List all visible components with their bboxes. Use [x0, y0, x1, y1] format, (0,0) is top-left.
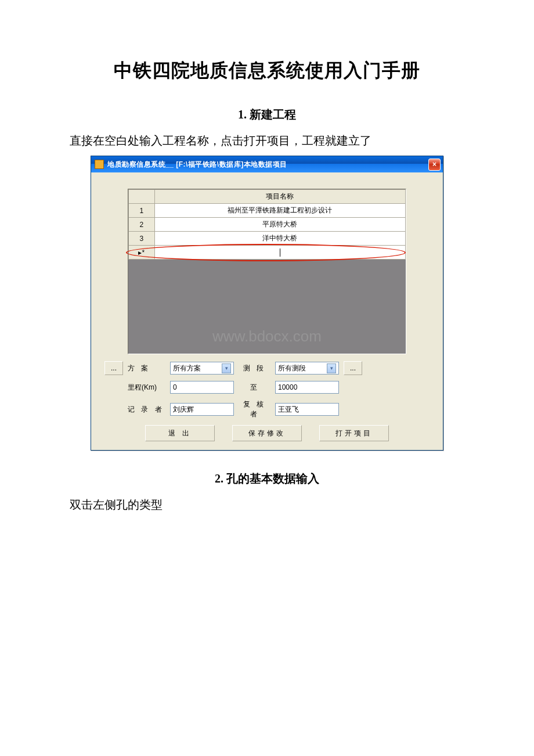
watermark: www.bdocx.com — [128, 327, 406, 345]
app-window-screenshot: 地质勘察信息系统__ [F:\福平铁路\数据库]本地数据项目 × 项目名称 1 … — [91, 156, 443, 451]
window-title-text: 地质勘察信息系统__ [F:\福平铁路\数据库]本地数据项目 — [107, 160, 428, 170]
grid-header-name: 项目名称 — [154, 190, 405, 204]
project-name-cell[interactable]: 平原特大桥 — [154, 218, 405, 232]
project-table: 项目名称 1 福州至平潭铁路新建工程初步设计 2 平原特大桥 3 洋中特大桥 — [128, 189, 406, 260]
scheme-combo-value: 所有方案 — [173, 363, 201, 373]
controls-panel: ... 方 案 所有方案 ▾ 测 段 所有测段 ▾ ... 里程(Km) — [104, 361, 430, 441]
chevron-down-icon: ▾ — [327, 363, 336, 373]
chevron-down-icon: ▾ — [222, 363, 231, 373]
section-title-1: 1. 新建工程 — [70, 107, 464, 123]
section-combo-value: 所有测段 — [278, 363, 306, 373]
grid-corner — [129, 190, 155, 204]
window-body: 项目名称 1 福州至平潭铁路新建工程初步设计 2 平原特大桥 3 洋中特大桥 — [91, 172, 443, 451]
recorder-input[interactable]: 刘庆辉 — [170, 403, 234, 416]
table-row[interactable]: 2 平原特大桥 — [129, 218, 406, 232]
mileage-to-input[interactable]: 10000 — [275, 381, 339, 394]
document-title: 中铁四院地质信息系统使用入门手册 — [70, 58, 464, 84]
section-browse-button[interactable]: ... — [344, 361, 362, 375]
section-title-2: 2. 孔的基本数据输入 — [70, 471, 464, 487]
close-button[interactable]: × — [428, 159, 441, 171]
row-number: 2 — [129, 218, 155, 232]
mileage-label: 里程(Km) — [128, 383, 165, 393]
row-number: 3 — [129, 232, 155, 246]
table-row[interactable]: 1 福州至平潭铁路新建工程初步设计 — [129, 204, 406, 218]
scheme-label: 方 案 — [128, 363, 165, 373]
close-icon: × — [432, 160, 436, 168]
paragraph-1: 直接在空白处输入工程名称，点击打开项目，工程就建立了 — [70, 131, 464, 150]
reviewer-label: 复 核 者 — [239, 399, 270, 419]
exit-button[interactable]: 退 出 — [145, 425, 215, 441]
open-project-button[interactable]: 打开项目 — [319, 425, 389, 441]
table-new-row[interactable]: ▸* — [129, 246, 406, 260]
paragraph-2: 双击左侧孔的类型 — [70, 495, 464, 514]
project-name-cell[interactable]: 福州至平潭铁路新建工程初步设计 — [154, 204, 405, 218]
text-cursor — [280, 249, 280, 257]
to-label: 至 — [239, 383, 270, 393]
row-number: 1 — [129, 204, 155, 218]
scheme-browse-button[interactable]: ... — [104, 361, 123, 375]
table-row[interactable]: 3 洋中特大桥 — [129, 232, 406, 246]
scheme-combo[interactable]: 所有方案 ▾ — [170, 362, 234, 375]
project-grid[interactable]: 项目名称 1 福州至平潭铁路新建工程初步设计 2 平原特大桥 3 洋中特大桥 — [128, 189, 406, 354]
new-row-marker: ▸* — [129, 246, 155, 260]
window-titlebar: 地质勘察信息系统__ [F:\福平铁路\数据库]本地数据项目 × — [91, 156, 443, 172]
project-name-cell[interactable]: 洋中特大桥 — [154, 232, 405, 246]
app-icon — [95, 160, 104, 169]
section-label: 测 段 — [239, 363, 270, 373]
mileage-from-input[interactable]: 0 — [170, 381, 234, 394]
save-button[interactable]: 保存修改 — [232, 425, 302, 441]
section-combo[interactable]: 所有测段 ▾ — [275, 362, 339, 375]
app-window: 地质勘察信息系统__ [F:\福平铁路\数据库]本地数据项目 × 项目名称 1 … — [91, 156, 443, 451]
recorder-label: 记 录 者 — [128, 405, 165, 415]
new-project-input-cell[interactable] — [154, 246, 405, 260]
reviewer-input[interactable]: 王亚飞 — [275, 403, 339, 416]
